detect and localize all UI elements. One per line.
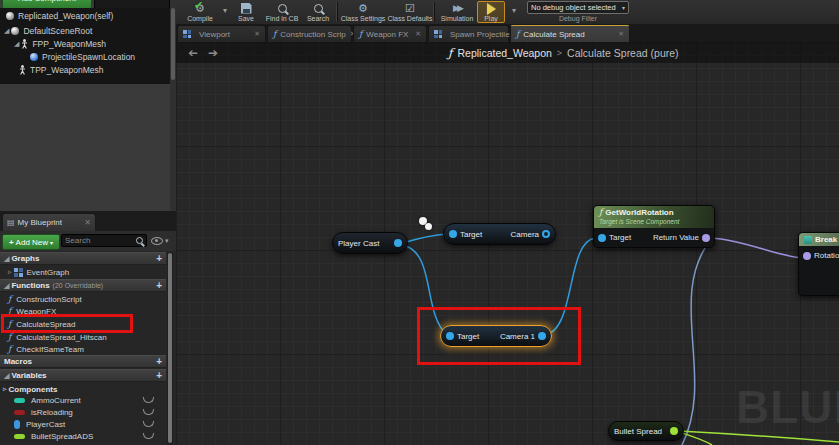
compile-button[interactable]: ✔ Compile bbox=[180, 1, 220, 23]
checklist-icon bbox=[405, 2, 415, 14]
tree-item-label: DefaultSceneRoot bbox=[23, 26, 92, 36]
save-icon bbox=[241, 3, 252, 14]
close-icon[interactable]: ✕ bbox=[254, 30, 260, 38]
add-new-button[interactable]: + Add New ▾ bbox=[2, 234, 60, 250]
function-icon: ƒ bbox=[448, 46, 452, 60]
components-scrollbar-thumb[interactable] bbox=[171, 8, 175, 80]
chevron-down-icon: ▾ bbox=[622, 4, 625, 11]
add-macro-button[interactable]: + bbox=[156, 356, 162, 367]
input-pin-rotation[interactable] bbox=[803, 252, 811, 260]
tab-construction-script[interactable]: ƒ Construction Scrip ✕ bbox=[267, 25, 352, 42]
output-pin-return-value[interactable] bbox=[702, 234, 710, 242]
tab-viewport[interactable]: Viewport ✕ bbox=[177, 25, 266, 42]
input-pin-target[interactable] bbox=[449, 230, 457, 238]
output-pin-player-cast[interactable] bbox=[394, 239, 402, 247]
chevron-down-icon: ▾ bbox=[50, 239, 53, 246]
tree-item-scene-root[interactable]: ◢ DefaultSceneRoot bbox=[0, 25, 174, 37]
node-player-cast[interactable]: Player Cast bbox=[332, 232, 408, 254]
tab-label: Construction Scrip bbox=[280, 30, 345, 39]
tab-weapon-fx[interactable]: ƒ Weapon FX ✕ bbox=[353, 25, 427, 42]
overridable-count: (20 Overridable) bbox=[53, 282, 104, 289]
close-icon[interactable]: ✕ bbox=[84, 218, 91, 227]
add-component-button[interactable]: Add Component bbox=[2, 0, 92, 8]
function-icon: ƒ bbox=[359, 29, 362, 39]
tree-item-tpp-mesh[interactable]: TPP_WeaponMesh bbox=[0, 64, 189, 76]
tab-label: Weapon FX bbox=[366, 30, 408, 39]
save-button[interactable]: Save bbox=[232, 1, 260, 23]
variable-row-playercast[interactable]: PlayerCast bbox=[0, 418, 166, 430]
variable-row-isreloading[interactable]: isReloading bbox=[0, 406, 166, 418]
close-icon[interactable]: ✕ bbox=[618, 30, 624, 38]
tree-item-label: FPP_WeaponMesh bbox=[32, 39, 106, 49]
find-in-cb-label: Find in CB bbox=[266, 15, 299, 22]
node-getworldrotation[interactable]: ƒGetWorldRotation Target is Scene Compon… bbox=[593, 205, 715, 248]
simulation-button[interactable]: ▶▶ Simulation bbox=[437, 1, 477, 23]
function-row-constructionscript[interactable]: ƒ ConstructionScript bbox=[0, 293, 166, 305]
blueprint-watermark: BLUEPRINT bbox=[736, 380, 839, 434]
my-blueprint-search-input[interactable]: Search bbox=[61, 234, 147, 247]
macros-section-header[interactable]: Macros + bbox=[0, 355, 166, 368]
breadcrumb-separator-icon: > bbox=[557, 48, 562, 58]
tab-calculate-spread[interactable]: ƒ Calculate Spread ✕ bbox=[510, 25, 630, 42]
expander-icon[interactable]: ◢ bbox=[4, 27, 9, 35]
eye-closed-icon[interactable] bbox=[143, 433, 154, 439]
components-panel: Add Component Replicated_Weapon(self) ◢ … bbox=[0, 0, 177, 211]
simulation-icon: ▶▶ bbox=[453, 2, 461, 14]
node-title: Break R bbox=[815, 235, 839, 244]
close-icon[interactable]: ✕ bbox=[415, 30, 421, 38]
blueprint-graph-canvas[interactable]: BLUEPRINT ➔ ➔ ƒ Replicated_Weapon > Calc… bbox=[176, 42, 839, 445]
node-break-rotator[interactable]: Break R Rotatio bbox=[798, 232, 839, 296]
add-variable-button[interactable]: + bbox=[156, 370, 162, 381]
expander-icon[interactable]: ▹ bbox=[3, 385, 7, 393]
toolbar-separator bbox=[433, 2, 435, 22]
variable-label: AmmoCurrent bbox=[31, 396, 81, 405]
variable-row-ammocurrent[interactable]: AmmoCurrent bbox=[0, 394, 166, 406]
functions-section-header[interactable]: ◢ Functions (20 Overridable) + bbox=[0, 279, 166, 292]
eye-closed-icon[interactable] bbox=[143, 409, 154, 415]
my-blueprint-tab[interactable]: ▤ My Blueprint ✕ bbox=[2, 213, 96, 231]
add-graph-button[interactable]: + bbox=[156, 253, 162, 264]
search-placeholder: Search bbox=[65, 236, 136, 245]
node-bullet-spread[interactable]: Bullet Spread bbox=[608, 421, 684, 441]
expander-icon[interactable]: ◢ bbox=[14, 40, 19, 48]
expander-icon: ◢ bbox=[4, 372, 9, 380]
class-defaults-button[interactable]: Class Defaults bbox=[386, 1, 434, 23]
add-function-button[interactable]: + bbox=[156, 280, 162, 291]
debug-object-dropdown[interactable]: No debug object selected ▾ bbox=[527, 1, 629, 14]
node-title: Player Cast bbox=[338, 239, 379, 248]
compile-check-icon: ✔ bbox=[194, 0, 203, 11]
pin-label: Return Value bbox=[653, 233, 699, 242]
function-row-checkifsameteam[interactable]: ƒ CheckIfSameTeam bbox=[0, 343, 166, 355]
search-button[interactable]: Search bbox=[302, 1, 334, 23]
section-label: Variables bbox=[11, 371, 46, 380]
eventgraph-row[interactable]: ▹ EventGraph bbox=[0, 266, 166, 278]
play-dropdown-icon[interactable]: ▾ bbox=[512, 6, 516, 15]
nav-back-icon[interactable]: ➔ bbox=[188, 46, 198, 60]
compile-dropdown-icon[interactable]: ▾ bbox=[223, 6, 227, 15]
breadcrumb-root[interactable]: Replicated_Weapon bbox=[457, 47, 551, 59]
input-pin-target[interactable] bbox=[598, 234, 606, 242]
node-title: GetWorldRotation bbox=[605, 208, 673, 217]
visibility-filter-button[interactable]: ▾ bbox=[151, 235, 173, 247]
class-settings-button[interactable]: Class Settings bbox=[340, 1, 386, 23]
eye-closed-icon[interactable] bbox=[143, 397, 154, 403]
nav-forward-icon[interactable]: ➔ bbox=[208, 46, 218, 60]
actor-icon bbox=[6, 12, 14, 20]
function-icon: ƒ bbox=[8, 332, 11, 342]
tree-item-self[interactable]: Replicated_Weapon(self) bbox=[0, 10, 176, 22]
node-get-camera[interactable]: Target Camera bbox=[443, 223, 556, 245]
my-blueprint-scrollbar-thumb[interactable] bbox=[168, 253, 172, 443]
variable-row-bulletspreadads[interactable]: BulletSpreadADS bbox=[0, 430, 166, 442]
output-pin-bullet-spread[interactable] bbox=[670, 427, 678, 435]
output-pin-camera[interactable] bbox=[542, 230, 550, 238]
find-in-cb-button[interactable]: Find in CB bbox=[262, 1, 302, 23]
play-button[interactable]: Play bbox=[477, 1, 505, 23]
variables-section-header[interactable]: ◢ Variables + bbox=[0, 369, 166, 382]
tree-item-fpp-mesh[interactable]: ◢ FPP_WeaponMesh bbox=[0, 38, 184, 50]
eye-closed-icon[interactable] bbox=[143, 421, 154, 427]
expander-icon[interactable]: ▹ bbox=[8, 268, 12, 276]
graphs-section-header[interactable]: ◢ Graphs + bbox=[0, 252, 166, 265]
compile-gear-icon: ✔ bbox=[195, 2, 205, 14]
tab-label: Spawn Projectile bbox=[450, 30, 510, 39]
tab-spawn-projectile[interactable]: Spawn Projectile ✕ bbox=[428, 25, 509, 42]
